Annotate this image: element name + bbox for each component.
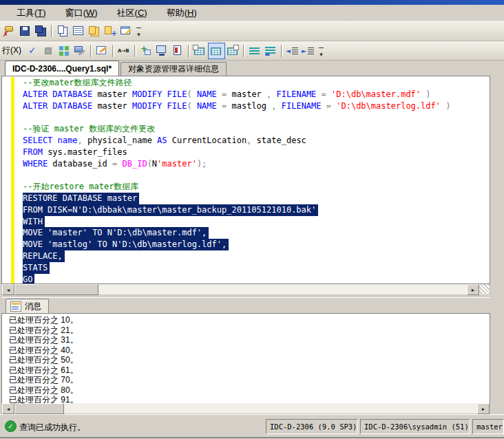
standard-toolbar: ▾ xyxy=(0,21,504,41)
code-line: --验证 master 数据库的文件更改 xyxy=(23,123,490,135)
code-line: RESTORE DATABASE master xyxy=(23,193,490,204)
status-login: IDC-D-2306\sysadmin (51) xyxy=(360,419,470,434)
code-line: GO xyxy=(23,274,490,284)
tab-messages[interactable]: 消息 xyxy=(6,299,49,313)
messages-scroll-track[interactable] xyxy=(64,403,477,414)
success-check-icon: ✓ xyxy=(5,420,17,432)
save-all-icon[interactable] xyxy=(33,23,49,39)
status-message: 查询已成功执行。 xyxy=(19,422,85,433)
toolbar-separator xyxy=(188,45,190,57)
menu-item[interactable]: 窗口(W) xyxy=(59,6,105,21)
tab-query-document[interactable]: IDC-D-2306....Query1.sql* xyxy=(5,61,119,76)
code-line: ALTER DATABASE master MODIFY FILE( NAME … xyxy=(23,100,490,112)
status-bar: ✓ 查询已成功执行。 IDC-D-2306 (9.0 SP3) IDC-D-23… xyxy=(0,414,504,438)
code-line: STATS xyxy=(23,262,490,274)
tab-object-explorer-details[interactable]: 对象资源管理器详细信息 xyxy=(120,62,227,76)
script-object-icon[interactable] xyxy=(87,23,103,39)
design-query-icon[interactable] xyxy=(94,43,110,58)
parse-check-icon[interactable] xyxy=(25,43,41,58)
save-icon[interactable] xyxy=(17,23,33,39)
application-window: 工具(T)窗口(W)社区(C)帮助(H) ▾ 行(X)▾ IDC-D-2306.… xyxy=(0,0,504,439)
code-line: ALTER DATABASE master MODIFY FILE( NAME … xyxy=(23,89,490,100)
editor-scrollbar-grip[interactable] xyxy=(479,284,490,294)
message-line: 已处理百分之 21。 xyxy=(9,325,490,336)
messages-scroll-thumb[interactable] xyxy=(14,403,64,414)
tab-messages-label: 消息 xyxy=(25,301,41,312)
template-params-icon[interactable] xyxy=(116,43,132,58)
code-line: --开始restore mater数据库 xyxy=(23,181,490,193)
messages-horizontal-scrollbar[interactable]: ◄ ► xyxy=(1,403,490,414)
editor-scroll-right-button[interactable]: ► xyxy=(467,284,479,295)
results-to-file-icon[interactable] xyxy=(225,43,241,58)
editor-scroll-thumb[interactable] xyxy=(14,284,98,295)
document-area: --更改mater数据库文件路径ALTER DATABASE master MO… xyxy=(0,76,504,414)
message-line: 已处理百分之 31。 xyxy=(9,335,490,345)
editor-scroll-track[interactable] xyxy=(98,284,467,295)
messages-scroll-right-button[interactable]: ► xyxy=(477,403,490,414)
toolbar-separator xyxy=(112,45,114,57)
messages-scroll-left-button[interactable]: ◄ xyxy=(2,403,14,414)
code-line: FROM sys.master_files xyxy=(23,147,490,158)
disconnect-icon[interactable] xyxy=(1,23,17,39)
code-line: --更改mater数据库文件路径 xyxy=(23,77,490,89)
document-tab-bar: IDC-D-2306....Query1.sql* 对象资源管理器详细信息 xyxy=(0,61,504,76)
messages-icon xyxy=(10,301,21,312)
tuning-advisor-icon[interactable] xyxy=(72,43,88,58)
sql-editor-toolbar: 行(X)▾ xyxy=(0,41,504,61)
menu-item[interactable]: 工具(T) xyxy=(10,6,53,21)
toolbar-separator xyxy=(281,45,283,57)
code-line xyxy=(23,169,490,181)
stop-icon[interactable] xyxy=(41,43,56,58)
copy-pages-icon[interactable] xyxy=(55,23,71,39)
status-server: IDC-D-2306 (9.0 SP3) xyxy=(266,419,358,434)
increase-indent-icon[interactable] xyxy=(301,43,317,58)
message-line: 已处理百分之 80。 xyxy=(9,385,490,396)
message-line: 已处理百分之 40。 xyxy=(9,345,490,356)
editor-horizontal-scrollbar[interactable]: ◄ ► xyxy=(1,284,490,295)
toolbar-separator xyxy=(134,45,136,57)
sql-editor[interactable]: --更改mater数据库文件路径ALTER DATABASE master MO… xyxy=(1,76,490,284)
message-line: 已处理百分之 61。 xyxy=(9,365,490,376)
comment-selection-icon[interactable] xyxy=(247,43,263,58)
toolbar-overflow-icon[interactable]: ▾ xyxy=(134,23,143,39)
client-statistics-icon[interactable] xyxy=(154,43,170,58)
toolbar-overflow-icon[interactable]: ▾ xyxy=(317,43,326,59)
query-options-icon[interactable] xyxy=(170,43,186,58)
code-line: REPLACE, xyxy=(23,250,490,262)
menu-item[interactable]: 帮助(H) xyxy=(160,6,204,21)
code-line: SELECT name, physical_name AS CurrentLoc… xyxy=(23,135,490,147)
message-line: 已处理百分之 50。 xyxy=(9,355,490,365)
actual-plan-icon[interactable] xyxy=(138,43,154,58)
estimated-plan-icon[interactable] xyxy=(56,43,72,58)
results-to-grid-icon[interactable] xyxy=(208,43,225,59)
decrease-indent-icon[interactable] xyxy=(285,43,301,58)
code-area[interactable]: --更改mater数据库文件路径ALTER DATABASE master MO… xyxy=(2,77,490,283)
message-line: 已处理百分之 70。 xyxy=(9,375,490,385)
results-to-text-icon[interactable] xyxy=(192,43,208,58)
code-line: MOVE 'mastlog' TO N'D:\db\masterlog.ldf'… xyxy=(23,239,490,250)
toolbar-separator xyxy=(51,25,53,37)
messages-pane[interactable]: 已处理百分之 10。已处理百分之 21。已处理百分之 31。已处理百分之 40。… xyxy=(1,313,490,403)
tab-object-explorer-details-label: 对象资源管理器详细信息 xyxy=(128,63,219,75)
toolbar-separator xyxy=(243,45,245,57)
status-database: master xyxy=(472,419,504,434)
window-titlebar xyxy=(0,0,504,5)
menu-item[interactable]: 社区(C) xyxy=(110,6,154,21)
message-line: 已处理百分之 91。 xyxy=(9,395,490,403)
details-list-icon[interactable] xyxy=(71,23,87,39)
code-line: FROM DISK=N'D:\dbbak\master\master_backu… xyxy=(23,204,490,216)
uncomment-selection-icon[interactable] xyxy=(263,43,279,58)
execute-button[interactable]: 行(X) xyxy=(1,45,25,56)
results-tab-bar: 消息 xyxy=(1,297,490,313)
menu-bar: 工具(T)窗口(W)社区(C)帮助(H) xyxy=(0,5,504,21)
message-line: 已处理百分之 10。 xyxy=(9,315,490,325)
properties-window-icon[interactable] xyxy=(118,23,134,39)
toolbar-separator xyxy=(90,45,92,57)
code-line: WHERE database_id = DB_ID(N'master'); xyxy=(23,158,490,170)
code-line xyxy=(23,111,490,123)
editor-scroll-left-button[interactable]: ◄ xyxy=(2,284,14,295)
add-object-icon[interactable] xyxy=(103,23,118,39)
code-line: MOVE 'master' TO N'D:\db\master.mdf', xyxy=(23,227,490,239)
code-line: WITH xyxy=(23,216,490,228)
tab-query-document-label: IDC-D-2306....Query1.sql* xyxy=(12,64,112,74)
